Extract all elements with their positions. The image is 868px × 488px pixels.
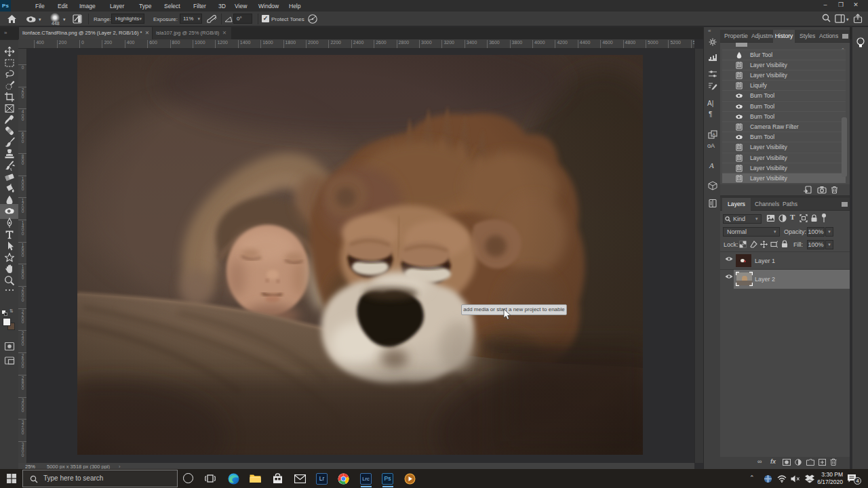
svg-text:A: A xyxy=(713,132,715,136)
